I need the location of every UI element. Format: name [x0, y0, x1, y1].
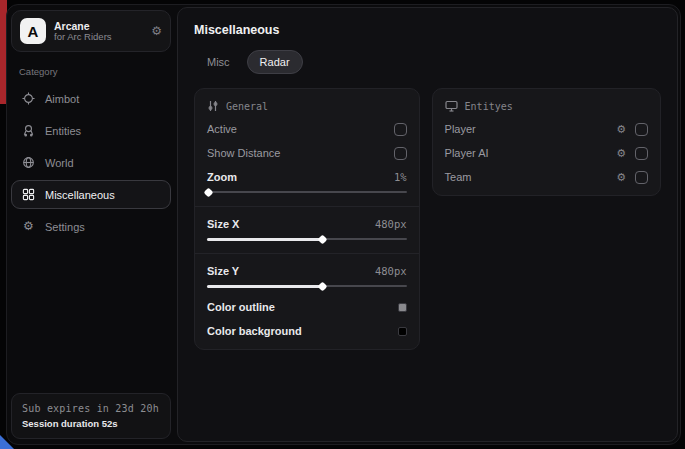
color-row-background: Color background — [207, 324, 407, 338]
app-window: A Arcane for Arc Riders ⚙ Category Aimbo… — [6, 4, 681, 445]
player-ai-checkbox[interactable] — [635, 147, 648, 160]
subscription-card: Sub expires in 23d 20h Session duration … — [11, 393, 171, 439]
slider-value: 480px — [375, 265, 407, 277]
general-panel: General Active Show Distance Zoom 1% — [194, 88, 420, 350]
globe-icon — [22, 156, 35, 169]
slider-value: 1% — [394, 171, 407, 183]
size-x-slider[interactable] — [207, 235, 407, 243]
zoom-slider[interactable] — [207, 188, 407, 196]
general-panel-header: General — [207, 100, 407, 112]
sidebar-nav: Aimbot Entities World Miscellaneous — [11, 81, 171, 241]
slider-fill — [207, 238, 323, 241]
slider-fill — [207, 285, 323, 288]
category-label: Category — [19, 66, 171, 77]
entities-icon — [22, 124, 35, 137]
size-y-slider[interactable] — [207, 282, 407, 290]
show-distance-checkbox[interactable] — [394, 147, 407, 160]
app-subtitle: for Arc Riders — [54, 32, 143, 43]
sidebar-item-miscellaneous[interactable]: Miscellaneous — [11, 180, 171, 209]
player-settings-icon[interactable]: ⚙ — [616, 123, 626, 136]
profile-settings-icon[interactable]: ⚙ — [151, 24, 162, 38]
general-panel-title: General — [226, 101, 268, 112]
gear-icon: ⚙ — [22, 220, 35, 233]
slider-thumb[interactable] — [317, 281, 327, 291]
toggle-label: Active — [207, 123, 237, 135]
slider-label: Size X — [207, 218, 239, 230]
entity-label: Player AI — [445, 147, 489, 159]
slider-row-size-y: Size Y 480px — [207, 264, 407, 278]
color-row-outline: Color outline — [207, 300, 407, 314]
panels-row: General Active Show Distance Zoom 1% — [194, 88, 661, 350]
sidebar: A Arcane for Arc Riders ⚙ Category Aimbo… — [7, 5, 175, 444]
profile-card: A Arcane for Arc Riders ⚙ — [11, 10, 171, 52]
slider-thumb[interactable] — [204, 187, 214, 197]
divider — [195, 253, 419, 254]
slider-thumb[interactable] — [317, 234, 327, 244]
sliders-icon — [207, 100, 219, 112]
entity-label: Player — [445, 123, 476, 135]
slider-track — [207, 191, 407, 193]
main-content: Miscellaneous Misc Radar General Active — [177, 7, 678, 442]
sidebar-item-world[interactable]: World — [11, 148, 171, 177]
grid-icon — [22, 188, 35, 201]
entities-panel-header: Entityes — [445, 100, 648, 112]
monitor-icon — [445, 100, 458, 112]
slider-fill — [207, 191, 209, 194]
sidebar-item-settings[interactable]: ⚙ Settings — [11, 212, 171, 241]
tab-radar[interactable]: Radar — [247, 50, 303, 74]
page-title: Miscellaneous — [194, 23, 661, 37]
color-background-swatch[interactable] — [398, 327, 407, 336]
sidebar-item-label: Entities — [45, 125, 81, 137]
color-label: Color outline — [207, 301, 275, 313]
sidebar-item-aimbot[interactable]: Aimbot — [11, 84, 171, 113]
tab-misc[interactable]: Misc — [194, 50, 243, 74]
sidebar-item-label: World — [45, 157, 74, 169]
sidebar-item-label: Aimbot — [45, 93, 79, 105]
entity-label: Team — [445, 171, 472, 183]
slider-row-zoom: Zoom 1% — [207, 170, 407, 184]
toggle-row-active: Active — [207, 122, 407, 136]
player-checkbox[interactable] — [635, 123, 648, 136]
sub-expires-text: Sub expires in 23d 20h — [22, 403, 160, 414]
session-duration-text: Session duration 52s — [22, 418, 160, 429]
entity-controls: ⚙ — [616, 123, 648, 136]
player-ai-settings-icon[interactable]: ⚙ — [616, 147, 626, 160]
app-name: Arcane — [54, 20, 143, 32]
slider-row-size-x: Size X 480px — [207, 217, 407, 231]
entity-controls: ⚙ — [616, 147, 648, 160]
entities-panel-title: Entityes — [465, 101, 513, 112]
team-checkbox[interactable] — [635, 171, 648, 184]
entities-panel: Entityes Player ⚙ Player AI ⚙ — [432, 88, 661, 196]
slider-value: 480px — [375, 218, 407, 230]
app-logo: A — [20, 18, 46, 44]
color-label: Color background — [207, 325, 302, 337]
entity-row-player: Player ⚙ — [445, 122, 648, 136]
slider-label: Size Y — [207, 265, 239, 277]
entity-row-player-ai: Player AI ⚙ — [445, 146, 648, 160]
entity-row-team: Team ⚙ — [445, 170, 648, 184]
active-checkbox[interactable] — [394, 123, 407, 136]
crosshair-icon — [22, 92, 35, 105]
toggle-label: Show Distance — [207, 147, 280, 159]
slider-label: Zoom — [207, 171, 237, 183]
entity-controls: ⚙ — [616, 171, 648, 184]
sidebar-item-label: Settings — [45, 221, 85, 233]
color-outline-swatch[interactable] — [398, 303, 407, 312]
tab-bar: Misc Radar — [194, 50, 661, 74]
divider — [195, 206, 419, 207]
profile-meta: Arcane for Arc Riders — [54, 20, 143, 43]
sidebar-item-label: Miscellaneous — [45, 189, 115, 201]
toggle-row-show-distance: Show Distance — [207, 146, 407, 160]
sidebar-item-entities[interactable]: Entities — [11, 116, 171, 145]
team-settings-icon[interactable]: ⚙ — [616, 171, 626, 184]
